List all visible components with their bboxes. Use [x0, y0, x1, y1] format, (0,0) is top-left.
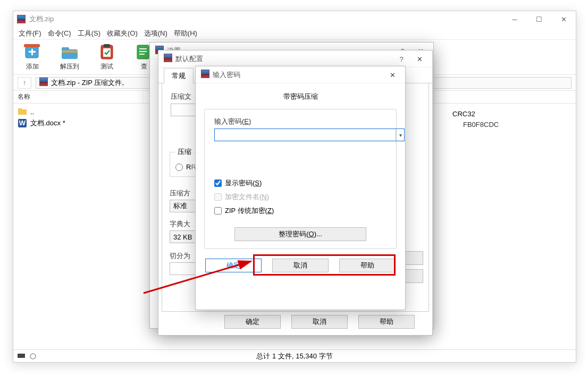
tab-general[interactable]: 常规 — [164, 68, 194, 83]
tool-add[interactable]: 添加 — [19, 43, 46, 71]
window-title: 文档.zip — [29, 14, 54, 24]
test-icon — [97, 43, 117, 61]
file-name: 文档.docx * — [30, 118, 65, 128]
up-button[interactable]: ↑ — [18, 77, 31, 89]
col-name[interactable]: 名称 — [13, 91, 143, 103]
dlg2-title: 默认配置 — [175, 54, 203, 64]
status-text: 总计 1 文件, 15,340 字节 — [256, 352, 332, 361]
folder-icon — [18, 108, 27, 115]
password-input[interactable]: ▾ — [214, 128, 405, 141]
svg-rect-5 — [62, 47, 69, 51]
maximize-button[interactable]: ☐ — [527, 11, 551, 27]
enter-password-dialog: 输入密码 ✕ 带密码压缩 输入密码(E) ▾ 显示密码(S) 加密文件名(N) … — [195, 66, 406, 310]
dlg3-close-button[interactable]: ✕ — [383, 68, 402, 81]
dlg2-ok-button[interactable]: 确定 — [224, 315, 281, 329]
winrar-icon — [164, 54, 172, 64]
add-icon — [22, 43, 43, 61]
minimize-button[interactable]: ─ — [502, 11, 527, 27]
close-button[interactable]: ✕ — [551, 11, 576, 27]
svg-rect-12 — [139, 51, 147, 52]
dlg2-help-button[interactable]: 帮助 — [358, 315, 415, 329]
winrar-icon — [16, 14, 26, 24]
path-text: 文档.zip - ZIP 压缩文件, — [51, 78, 124, 88]
crc-value: FB0F8CDC — [463, 121, 499, 128]
svg-rect-6 — [62, 50, 78, 53]
add-label: 添加 — [26, 62, 39, 71]
menu-help[interactable]: 帮助(H) — [174, 29, 197, 38]
status-icon-1 — [18, 353, 25, 360]
chevron-down-icon[interactable]: ▾ — [396, 129, 402, 141]
dlg2-close-button[interactable]: ✕ — [410, 53, 429, 65]
menu-file[interactable]: 文件(F) — [19, 29, 41, 38]
svg-rect-1 — [24, 44, 40, 47]
extract-label: 解压到 — [60, 62, 79, 71]
titlebar: 文档.zip ─ ☐ ✕ — [13, 11, 576, 27]
tool-test[interactable]: 测试 — [93, 43, 121, 71]
winrar-icon — [39, 78, 48, 88]
svg-rect-18 — [18, 354, 25, 358]
manage-passwords-button[interactable]: 整理密码(O)... — [234, 227, 366, 241]
svg-rect-9 — [104, 44, 110, 47]
test-label: 测试 — [100, 62, 113, 71]
menu-command[interactable]: 命令(C) — [48, 29, 71, 38]
encrypt-names-checkbox: 加密文件名(N) — [214, 192, 387, 202]
svg-rect-3 — [29, 51, 36, 53]
svg-rect-13 — [139, 54, 145, 55]
svg-rect-11 — [139, 48, 147, 49]
menubar: 文件(F) 命令(C) 工具(S) 收藏夹(O) 选项(N) 帮助(H) — [13, 27, 576, 40]
dlg3-title: 输入密码 — [213, 70, 240, 80]
show-password-checkbox[interactable]: 显示密码(S) — [214, 178, 387, 188]
svg-text:W: W — [19, 119, 26, 127]
dlg2-button-row: 确定 取消 帮助 — [158, 315, 432, 329]
svg-point-19 — [30, 354, 36, 359]
menu-favorites[interactable]: 收藏夹(O) — [107, 29, 138, 38]
dlg2-help-icon[interactable]: ? — [395, 53, 408, 65]
winrar-icon — [201, 70, 209, 80]
dlg3-button-row: 确定 取消 帮助 — [204, 259, 397, 272]
view-label: 查 — [141, 62, 147, 71]
svg-rect-15 — [18, 108, 22, 110]
menu-options[interactable]: 选项(N) — [144, 29, 167, 38]
dlg3-ok-button[interactable]: 确定 — [205, 259, 262, 272]
password-group: 输入密码(E) ▾ 显示密码(S) 加密文件名(N) ZIP 传统加密(Z) 整… — [204, 109, 397, 249]
up-label: .. — [30, 108, 34, 116]
statusbar: 总计 1 文件, 15,340 字节 — [13, 349, 576, 362]
status-icon-2 — [29, 353, 37, 360]
pwd-label: 输入密码(E) — [214, 117, 387, 126]
menu-tools[interactable]: 工具(S) — [78, 29, 100, 38]
tool-extract[interactable]: 解压到 — [56, 43, 83, 71]
dlg3-heading: 带密码压缩 — [204, 92, 397, 101]
zip-legacy-checkbox[interactable]: ZIP 传统加密(Z) — [214, 206, 387, 216]
dlg2-cancel-button[interactable]: 取消 — [291, 315, 348, 329]
compress-group-label: 压缩 — [175, 147, 194, 157]
dlg3-cancel-button[interactable]: 取消 — [272, 259, 329, 272]
extract-icon — [60, 43, 80, 61]
dlg3-help-button[interactable]: 帮助 — [339, 259, 396, 272]
word-icon: W — [18, 119, 27, 127]
